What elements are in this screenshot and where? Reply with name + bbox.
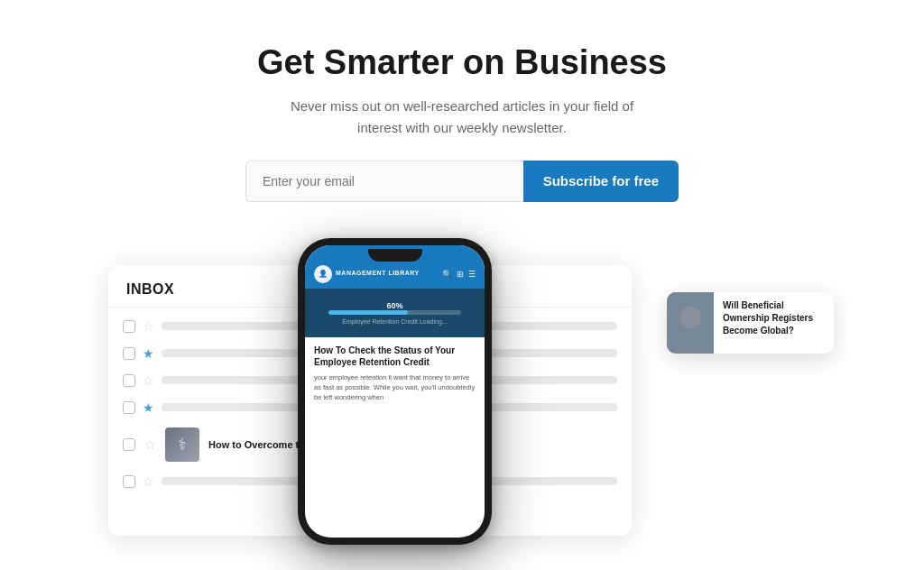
phone-logo: 👤 MANAGEMENT LIBRARY bbox=[314, 265, 420, 283]
page-title: Get Smarter on Business bbox=[18, 43, 906, 83]
phone-article: How To Check the Status of Your Employee… bbox=[305, 337, 485, 410]
popup-card: Will Beneficial Ownership Registers Beco… bbox=[667, 292, 834, 354]
loading-fill bbox=[328, 310, 408, 315]
inbox-checkbox[interactable] bbox=[123, 438, 135, 451]
menu-icon[interactable]: ☰ bbox=[468, 270, 476, 279]
loading-caption: Employee Retention Credit Loading... bbox=[328, 318, 460, 325]
inbox-checkbox[interactable] bbox=[123, 320, 135, 333]
inbox-thumbnail bbox=[165, 428, 199, 462]
svg-rect-1 bbox=[676, 305, 705, 328]
svg-rect-3 bbox=[674, 334, 707, 346]
bottom-section: INBOX ☆ ★ ☆ bbox=[0, 238, 924, 545]
svg-point-2 bbox=[683, 309, 698, 324]
inbox-checkbox[interactable] bbox=[123, 347, 135, 360]
thumbnail-image bbox=[165, 428, 199, 462]
phone-loading-area: 60% Employee Retention Credit Loading... bbox=[305, 289, 485, 337]
logo-text: MANAGEMENT LIBRARY bbox=[336, 270, 420, 277]
star-icon[interactable]: ☆ bbox=[143, 474, 154, 489]
popup-body: Will Beneficial Ownership Registers Beco… bbox=[714, 292, 834, 354]
popup-thumbnail bbox=[667, 292, 714, 354]
hero-section: Get Smarter on Business Never miss out o… bbox=[0, 0, 924, 229]
star-icon-filled[interactable]: ★ bbox=[143, 346, 154, 361]
star-icon[interactable]: ☆ bbox=[144, 437, 156, 452]
search-icon[interactable]: 🔍 bbox=[442, 270, 452, 279]
popup-title: Will Beneficial Ownership Registers Beco… bbox=[723, 299, 825, 337]
filter-icon[interactable]: ⊞ bbox=[457, 270, 464, 279]
phone-mockup: 👤 MANAGEMENT LIBRARY 🔍 ⊞ ☰ 60% bbox=[298, 238, 492, 545]
svg-rect-0 bbox=[667, 292, 714, 354]
inbox-checkbox[interactable] bbox=[123, 475, 135, 488]
inbox-checkbox[interactable] bbox=[123, 401, 135, 414]
phone-article-title: How To Check the Status of Your Employee… bbox=[314, 345, 476, 368]
phone-article-body: your employee retention ll want that mon… bbox=[314, 372, 476, 403]
star-icon[interactable]: ☆ bbox=[143, 373, 154, 388]
loading-percent: 60% bbox=[328, 301, 460, 310]
loading-bar-container: 60% Employee Retention Credit Loading... bbox=[328, 301, 460, 325]
star-icon-filled[interactable]: ★ bbox=[143, 400, 154, 415]
loading-track bbox=[328, 310, 460, 315]
phone-outer: 👤 MANAGEMENT LIBRARY 🔍 ⊞ ☰ 60% bbox=[298, 238, 492, 545]
page-wrapper: Get Smarter on Business Never miss out o… bbox=[0, 0, 924, 570]
logo-icon: 👤 bbox=[314, 265, 332, 283]
phone-nav-icons: 🔍 ⊞ ☰ bbox=[442, 270, 476, 279]
phone-screen: 👤 MANAGEMENT LIBRARY 🔍 ⊞ ☰ 60% bbox=[305, 245, 485, 538]
phone-notch bbox=[368, 249, 422, 262]
hero-subtitle: Never miss out on well-researched articl… bbox=[282, 96, 642, 139]
star-icon[interactable]: ☆ bbox=[143, 319, 154, 334]
email-input[interactable] bbox=[245, 161, 523, 202]
email-form: Subscribe for free bbox=[245, 161, 679, 202]
inbox-checkbox[interactable] bbox=[123, 374, 135, 387]
subscribe-button[interactable]: Subscribe for free bbox=[523, 161, 679, 202]
